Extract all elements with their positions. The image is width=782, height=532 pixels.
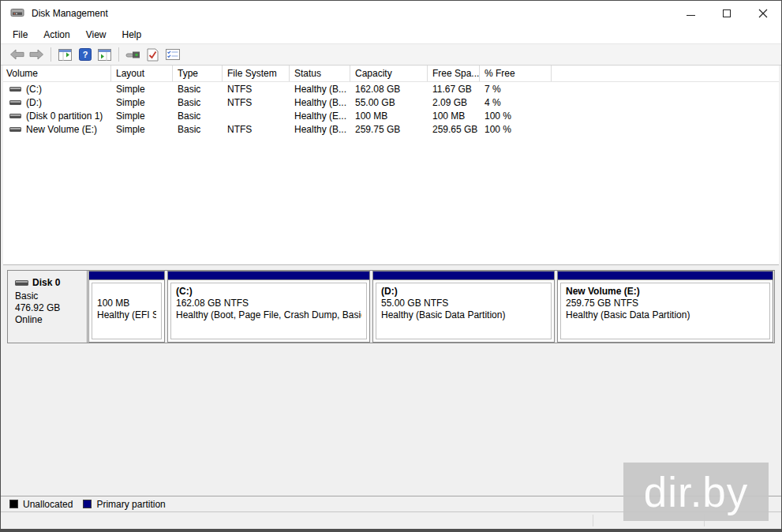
tool-icon [125, 49, 141, 60]
partition-name: (D:) [381, 286, 546, 298]
partition-color-bar [558, 272, 773, 280]
column-header-file-system[interactable]: File System [223, 66, 290, 81]
partition-name: New Volume (E:) [566, 286, 765, 298]
partition-efi[interactable]: 100 MB Healthy (EFI System Partition) [88, 271, 165, 343]
column-header-capacity[interactable]: Capacity [350, 66, 428, 81]
back-icon [9, 49, 24, 60]
column-header-status[interactable]: Status [290, 66, 350, 81]
column-header-layout[interactable]: Layout [111, 66, 173, 81]
minimize-button[interactable] [672, 1, 709, 25]
maximize-button[interactable] [709, 1, 745, 25]
disk-size: 476.92 GB [15, 302, 80, 314]
partition-d[interactable]: (D:) 55.00 GB NTFS Healthy (Basic Data P… [372, 271, 555, 343]
volume-icon [9, 100, 21, 105]
partitions-strip: 100 MB Healthy (EFI System Partition) (C… [88, 271, 774, 343]
legend-label: Unallocated [23, 499, 73, 510]
volume-list-pane: Volume Layout Type File System Status Ca… [3, 66, 779, 265]
menu-bar: File Action View Help [1, 25, 781, 43]
menu-file[interactable]: File [5, 27, 36, 43]
menu-action[interactable]: Action [36, 27, 77, 43]
partition-size: 259.75 GB NTFS [566, 298, 765, 309]
partition-color-bar [168, 272, 369, 280]
table-row[interactable]: (C:) Simple Basic NTFS Healthy (B... 162… [3, 82, 779, 96]
graphical-view-pane: Disk 0 Basic 476.92 GB Online 100 MB Hea… [3, 265, 779, 496]
title-bar: Disk Management [1, 1, 781, 25]
app-icon [10, 6, 24, 21]
back-button[interactable] [7, 46, 27, 64]
volume-icon [9, 127, 21, 132]
partition-size: 162.08 GB NTFS [176, 298, 361, 309]
forward-icon [29, 49, 44, 60]
script-check-button[interactable] [143, 46, 163, 64]
partition-color-bar [89, 272, 164, 280]
show-hide-console-tree-button[interactable] [55, 46, 75, 64]
toolbar: ? [1, 43, 781, 66]
table-row[interactable]: New Volume (E:) Simple Basic NTFS Health… [3, 122, 779, 136]
column-header-filler [552, 66, 779, 81]
help-button[interactable]: ? [75, 46, 95, 64]
partition-status: Healthy (Basic Data Partition) [381, 309, 546, 321]
window-title: Disk Management [32, 8, 108, 19]
task-list-icon [166, 49, 180, 60]
partition-e[interactable]: New Volume (E:) 259.75 GB NTFS Healthy (… [557, 271, 773, 343]
unallocated-swatch-icon [9, 500, 18, 508]
disk-status: Online [15, 314, 80, 326]
partition-name: (C:) [176, 286, 361, 298]
menu-help[interactable]: Help [114, 27, 150, 43]
status-bar-divider [593, 515, 593, 526]
watermark: dir.by [623, 463, 769, 521]
script-check-icon [147, 48, 159, 62]
disk-icon [15, 280, 28, 286]
disk-0-label-panel[interactable]: Disk 0 Basic 476.92 GB Online [8, 271, 88, 343]
partition-size: 55.00 GB NTFS [381, 298, 546, 309]
task-list-button[interactable] [163, 46, 182, 64]
column-header-volume[interactable]: Volume [3, 66, 111, 81]
tool-button[interactable] [123, 46, 143, 64]
disk-type: Basic [15, 290, 80, 302]
legend-item-primary-partition: Primary partition [83, 499, 165, 510]
show-hide-action-pane-button[interactable] [95, 46, 114, 64]
partition-status: Healthy (EFI System Partition) [97, 309, 156, 321]
menu-view[interactable]: View [78, 27, 114, 43]
close-icon [758, 9, 768, 18]
partition-size: 100 MB [97, 298, 156, 309]
partition-status: Healthy (Basic Data Partition) [566, 309, 765, 321]
primary-partition-swatch-icon [83, 500, 92, 508]
column-header-type[interactable]: Type [173, 66, 223, 81]
volume-list-header: Volume Layout Type File System Status Ca… [3, 66, 779, 82]
minimize-icon [687, 15, 695, 16]
help-icon: ? [79, 48, 92, 61]
partition-status: Healthy (Boot, Page File, Crash Dump, Ba… [176, 309, 361, 321]
disk-management-window: Disk Management File Action View Help [0, 0, 782, 532]
volume-icon [9, 114, 21, 118]
toolbar-separator [118, 47, 119, 62]
show-hide-console-tree-icon [58, 49, 72, 61]
close-button[interactable] [745, 1, 781, 25]
show-hide-action-pane-icon [98, 49, 111, 61]
partition-name [97, 286, 156, 298]
disk-0-row: Disk 0 Basic 476.92 GB Online 100 MB Hea… [7, 270, 775, 343]
table-row[interactable]: (D:) Simple Basic NTFS Healthy (B... 55.… [3, 96, 779, 109]
partition-color-bar [373, 272, 554, 280]
legend-label: Primary partition [96, 499, 165, 510]
disk-name: Disk 0 [32, 277, 60, 288]
volume-icon [9, 87, 21, 92]
legend-item-unallocated: Unallocated [9, 499, 73, 510]
svg-text:?: ? [82, 50, 88, 59]
column-header-pct-free[interactable]: % Free [480, 66, 552, 81]
toolbar-separator [51, 47, 51, 62]
maximize-icon [723, 9, 731, 17]
table-row[interactable]: (Disk 0 partition 1) Simple Basic Health… [3, 109, 779, 122]
forward-button[interactable] [27, 46, 47, 64]
partition-c[interactable]: (C:) 162.08 GB NTFS Healthy (Boot, Page … [167, 271, 370, 343]
column-header-free-space[interactable]: Free Spa... [428, 66, 480, 81]
